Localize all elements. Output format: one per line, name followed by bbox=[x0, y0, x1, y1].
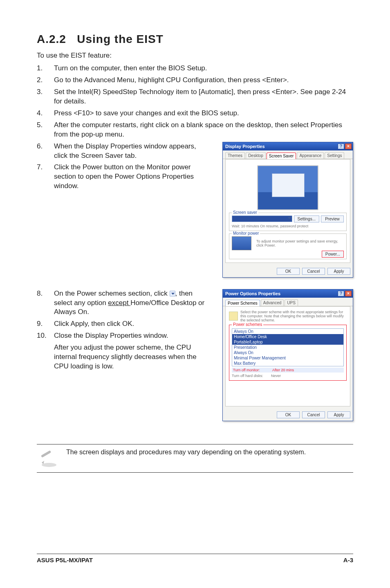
step-10: Close the Display Properties window. bbox=[37, 331, 211, 341]
cancel-button[interactable]: Cancel bbox=[302, 268, 325, 275]
after-note: After you adjust the power scheme, the C… bbox=[37, 343, 211, 371]
screen-saver-legend: Screen saver bbox=[232, 210, 258, 215]
power-options-dialog: Power Options Properties ? × Power Schem… bbox=[222, 289, 353, 421]
step-5: After the computer restarts, right click… bbox=[37, 121, 353, 139]
svg-point-0 bbox=[42, 463, 56, 467]
svg-rect-1 bbox=[41, 450, 52, 458]
settings-button[interactable]: Settings... bbox=[294, 215, 319, 222]
tab-themes[interactable]: Themes bbox=[225, 152, 245, 159]
monitor-preview bbox=[257, 165, 318, 210]
step-6: When the Display Properties window appea… bbox=[37, 142, 211, 161]
pencil-note-icon bbox=[39, 449, 59, 468]
list-item[interactable]: Portable/Laptop bbox=[232, 339, 343, 345]
tab-desktop[interactable]: Desktop bbox=[246, 152, 266, 159]
step-9: Click Apply, then click OK. bbox=[37, 319, 211, 329]
tab-settings[interactable]: Settings bbox=[325, 152, 344, 159]
close-icon[interactable]: × bbox=[345, 291, 352, 296]
help-icon[interactable]: ? bbox=[338, 144, 344, 149]
dialog-title: Power Options Properties bbox=[225, 291, 280, 296]
tab-ups[interactable]: UPS bbox=[285, 299, 298, 306]
monitor-thumb-icon bbox=[232, 236, 251, 250]
ok-button[interactable]: OK bbox=[277, 411, 300, 418]
turn-off-monitor-value[interactable]: After 20 mins bbox=[272, 368, 294, 372]
help-icon[interactable]: ? bbox=[338, 291, 344, 296]
apply-button[interactable]: Apply bbox=[327, 411, 350, 418]
list-item[interactable]: Home/Office Desk bbox=[232, 334, 343, 339]
monitor-power-legend: Monitor power bbox=[232, 231, 260, 236]
section-number: A.2.2 bbox=[37, 33, 66, 45]
step-7: Click the Power button on the Monitor po… bbox=[37, 163, 211, 191]
tab-screen-saver[interactable]: Screen Saver bbox=[267, 153, 296, 159]
step-3: Set the Intel(R) SpeedStep Technology it… bbox=[37, 88, 353, 106]
power-schemes-list[interactable]: Always On Home/Office Desk Portable/Lapt… bbox=[232, 328, 344, 366]
list-item[interactable]: Presentation bbox=[232, 345, 343, 350]
tab-advanced[interactable]: Advanced bbox=[261, 299, 284, 306]
tab-appearance[interactable]: Appearance bbox=[297, 152, 324, 159]
apply-button[interactable]: Apply bbox=[327, 268, 350, 275]
list-item[interactable]: Always On bbox=[232, 329, 343, 334]
cancel-button[interactable]: Cancel bbox=[302, 411, 325, 418]
list-item[interactable]: Always On bbox=[232, 350, 343, 355]
note-text: The screen displays and procedures may v… bbox=[66, 449, 306, 456]
step-8: On the Power schemes section, click , th… bbox=[37, 289, 211, 317]
battery-icon bbox=[229, 312, 238, 321]
list-item[interactable]: Max Battery bbox=[232, 361, 343, 366]
monitor-power-text: To adjust monitor power settings and sav… bbox=[256, 239, 344, 247]
turn-off-monitor-label: Turn off monitor: bbox=[233, 368, 270, 372]
power-desc: Select the power scheme with the most ap… bbox=[240, 310, 347, 322]
power-schemes-legend: Power schemes bbox=[232, 322, 263, 327]
section-heading: A.2.2 Using the EIST bbox=[37, 33, 353, 46]
preview-button[interactable]: Preview bbox=[321, 215, 344, 222]
turn-off-hd-label: Turn off hard disks: bbox=[232, 374, 269, 378]
display-properties-dialog: Display Properties ? × Themes Desktop Sc… bbox=[222, 142, 353, 278]
dialog-title: Display Properties bbox=[225, 144, 265, 149]
power-button[interactable]: Power... bbox=[322, 251, 344, 258]
note-box: The screen displays and procedures may v… bbox=[37, 444, 353, 473]
screen-saver-select[interactable] bbox=[232, 215, 292, 222]
step-4: Press <F10> to save your changes and exi… bbox=[37, 109, 353, 118]
turn-off-hd-value[interactable]: Never bbox=[271, 374, 281, 378]
list-item[interactable]: Minimal Power Management bbox=[232, 355, 343, 361]
ok-button[interactable]: OK bbox=[277, 268, 300, 275]
wait-row: Wait: 10 minutes On resume, password pro… bbox=[232, 224, 344, 228]
intro-text: To use the EIST feature: bbox=[37, 52, 353, 60]
close-icon[interactable]: × bbox=[345, 144, 352, 149]
step-1: Turn on the computer, then enter the BIO… bbox=[37, 64, 353, 73]
footer-right: A-3 bbox=[343, 557, 353, 563]
section-title-text: Using the EIST bbox=[77, 33, 164, 45]
step-2: Go to the Advanced Menu, highlight CPU C… bbox=[37, 76, 353, 85]
tab-power-schemes[interactable]: Power Schemes bbox=[225, 300, 260, 306]
footer-left: ASUS P5L-MX/IPAT bbox=[37, 557, 93, 563]
dropdown-caret-icon bbox=[170, 291, 175, 296]
